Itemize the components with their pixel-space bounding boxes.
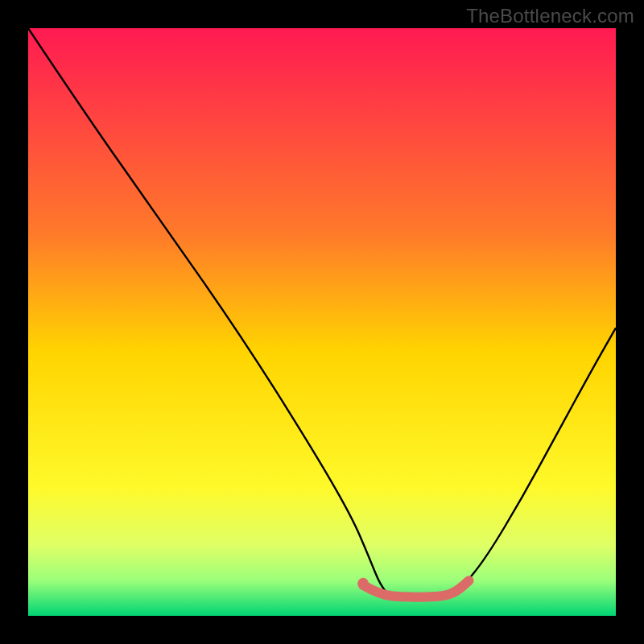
- plot-area: [28, 28, 616, 616]
- highlight-dot: [357, 578, 369, 589]
- chart-frame: TheBottleneck.com: [0, 0, 644, 644]
- watermark-text: TheBottleneck.com: [466, 5, 634, 27]
- chart-svg: [28, 28, 616, 616]
- gradient-rect: [28, 28, 616, 616]
